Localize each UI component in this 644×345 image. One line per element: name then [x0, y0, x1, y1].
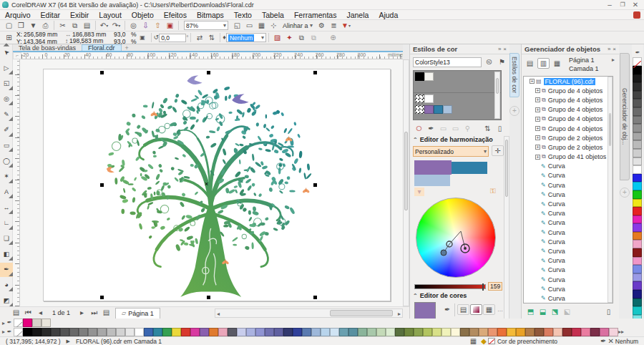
style-swatch[interactable] [424, 94, 434, 103]
copy-button[interactable]: ⧉ [69, 20, 81, 31]
harmony-lock-icon[interactable]: ⚿ [490, 188, 496, 195]
add-harmony-button[interactable]: ✛ [492, 145, 504, 156]
doc-palette-swatch[interactable] [283, 328, 293, 336]
object-row-curve[interactable]: ✎Curva [524, 162, 613, 171]
harmony-color-bar[interactable] [452, 162, 487, 174]
doc-palette-swatch[interactable] [348, 328, 358, 336]
no-color-swatch[interactable] [14, 319, 23, 327]
object-row-group[interactable]: +⧉Grupo de 41 objetos [524, 152, 613, 162]
object-row-group[interactable]: +⧉Grupo de 4 objetos [524, 95, 613, 105]
object-row-curve[interactable]: ✎Curva [524, 199, 613, 208]
menu-tabela[interactable]: Tabela [257, 11, 289, 19]
object-width-field[interactable]: 186,883 mm [71, 31, 108, 37]
menu-efeitos[interactable]: Efeitos [159, 11, 192, 19]
fullscreen-preview-button[interactable]: ◱ [231, 20, 243, 31]
new-master-layer-all-button[interactable]: ⬓ [537, 306, 549, 317]
undo-button[interactable]: ↶▾ [98, 20, 110, 31]
minimize-button[interactable]: – [603, 1, 616, 9]
redo-button[interactable]: ↷▾ [110, 20, 122, 31]
horizontal-ruler[interactable]: -200204060801001201401601802002202402602… [21, 52, 403, 59]
status-flyout-icon[interactable]: ▶ [67, 339, 70, 344]
object-tree-scrollbar[interactable] [608, 77, 613, 303]
doc-palette-swatch[interactable] [572, 328, 581, 336]
to-front-button[interactable]: ⧉ [296, 32, 308, 43]
doc-palette-swatch[interactable] [488, 328, 497, 336]
object-row-curve[interactable]: ✎Curva [524, 218, 613, 228]
palette-swatch[interactable] [633, 240, 642, 248]
tab-document[interactable]: Floral.cdr [82, 44, 122, 51]
zoom-tool[interactable]: ◎ [0, 92, 13, 106]
maximize-button[interactable]: ❐ [616, 2, 629, 8]
corel-options-button[interactable]: ▼▾ [340, 20, 352, 31]
doc-palette-swatch[interactable] [404, 328, 414, 336]
doc-palette-swatch[interactable] [144, 328, 153, 336]
edit-across-layers-button[interactable]: ▥ [537, 58, 550, 69]
object-row-curve[interactable]: ✎Curva [524, 293, 613, 303]
current-color-swatch[interactable] [414, 302, 436, 319]
last-page-button[interactable]: ⏭ [88, 308, 100, 319]
palette-swatch[interactable] [633, 149, 642, 157]
palette-swatch[interactable] [633, 281, 642, 290]
selection-handle[interactable] [100, 71, 104, 74]
palette-swatch[interactable] [633, 174, 642, 183]
print-button[interactable]: ⎙ [39, 20, 52, 31]
fill-style-icon[interactable]: 🞆 [413, 123, 425, 134]
selection-handle[interactable] [313, 71, 317, 74]
palette-swatch[interactable] [633, 248, 642, 257]
color-viewer-button[interactable]: ▤ [457, 304, 469, 315]
doc-palette-swatch[interactable] [581, 328, 590, 336]
new-style-button[interactable]: ⧀ [483, 57, 495, 67]
doc-palette-swatch[interactable] [293, 328, 302, 336]
selection-handle[interactable] [313, 296, 317, 299]
doc-palette-swatch[interactable] [479, 328, 488, 336]
doc-palette-swatch[interactable] [497, 328, 507, 336]
slider-value-field[interactable]: 159 [488, 282, 502, 291]
doc-palette-swatch[interactable] [51, 328, 60, 336]
doc-palette-swatch[interactable] [42, 328, 51, 336]
menu-exibir[interactable]: Exibir [65, 11, 94, 19]
artistic-media-tool[interactable]: ✐ [0, 123, 13, 137]
selection-handle[interactable] [207, 71, 210, 74]
application-launcher-button[interactable]: ≣ [328, 20, 340, 31]
harmony-color-bar[interactable] [414, 175, 450, 186]
object-row-group[interactable]: +⧉Grupo de 2 objetos [524, 133, 613, 142]
cut-button[interactable]: ✂ [57, 20, 69, 31]
new-layer-button[interactable]: ⬒ [525, 306, 537, 317]
publish-pdf-button[interactable]: ▣ [164, 20, 176, 31]
doc-palette-swatch[interactable] [358, 328, 367, 336]
object-row-curve[interactable]: ✎Curva [524, 256, 613, 266]
object-row-curve[interactable]: ✎Curva [524, 284, 613, 293]
doc-palette-swatch[interactable] [116, 328, 125, 336]
outline-width-dropdown[interactable]: Nenhum▾ [226, 33, 266, 42]
palette-swatch[interactable] [633, 199, 642, 208]
palette-swatch[interactable] [633, 215, 642, 224]
doc-palette-swatch[interactable] [516, 328, 525, 336]
dimension-tool[interactable]: ↔ [0, 200, 13, 215]
docker-close-icon-2[interactable]: × [613, 46, 616, 52]
palette-swatch[interactable] [633, 116, 642, 125]
doc-palette-swatch[interactable] [237, 328, 246, 336]
eyedropper-style-icon[interactable]: ✒ [425, 123, 437, 134]
next-page-button[interactable]: ▸ [76, 308, 88, 319]
x-position-field[interactable]: 256,589 mm [22, 31, 59, 37]
style-swatch[interactable] [415, 72, 424, 81]
doc-palette-swatch[interactable] [32, 319, 42, 327]
color-wheel[interactable] [416, 198, 496, 278]
style-options-button[interactable]: ⚑ [496, 57, 508, 67]
object-row-group[interactable]: +⧉Grupo de 2 objetos [524, 142, 613, 152]
harmony-style-swatch[interactable] [443, 105, 452, 114]
lock-ratio-icon[interactable]: ▣ [137, 32, 149, 43]
wrap-text-button[interactable]: ▨ [271, 32, 283, 43]
export-button[interactable]: ⇧ [152, 20, 164, 31]
folder-swatch[interactable] [415, 94, 424, 103]
object-row-group[interactable]: +⧉Grupo de 4 objetos [524, 124, 613, 133]
doc-palette-swatch[interactable] [162, 328, 172, 336]
freehand-tool[interactable]: ✎ [0, 107, 13, 122]
object-row-group[interactable]: +⧉Grupo de 4 objetos [524, 115, 613, 124]
object-height-field[interactable]: 198,583 mm [68, 38, 105, 44]
selection-handle[interactable] [207, 296, 210, 299]
account-icon[interactable] [633, 11, 640, 19]
doc-palette-swatch[interactable] [553, 328, 562, 336]
text-tool[interactable]: A [0, 185, 13, 199]
delete-object-button[interactable]: ▯ [602, 306, 615, 317]
